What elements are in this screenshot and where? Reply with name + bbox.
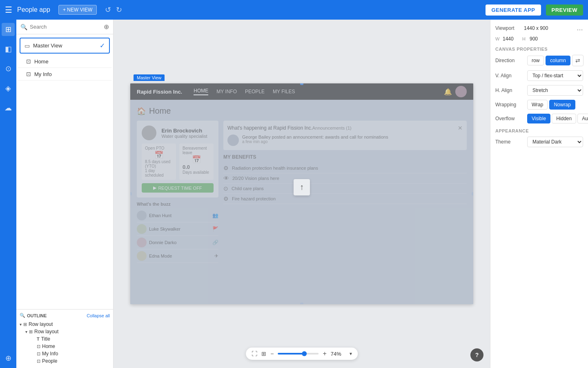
row-layout-icon: ⊞	[23, 322, 27, 327]
outline-search-icon: 🔍	[20, 313, 25, 318]
buzz-icon-4: ✈	[214, 253, 218, 259]
home-nav-icon: ⊡	[37, 344, 40, 349]
halign-select[interactable]: Stretch	[527, 85, 583, 96]
ann-close-icon[interactable]: ✕	[458, 125, 463, 131]
height-field: H 900	[522, 36, 546, 42]
plugins-icon[interactable]: ☁	[2, 101, 15, 114]
profile-card: Erin Brockovich Water quality specialist…	[137, 121, 218, 197]
layers-icon[interactable]: ⊕	[2, 352, 15, 365]
benefit-label-4: Fire hazard protection	[232, 196, 467, 201]
viewport-more-icon[interactable]: …	[577, 25, 583, 32]
upload-icon: ↑	[300, 182, 304, 192]
valign-select[interactable]: Top / flex-start	[527, 70, 583, 81]
bereavement-card: Bereavement leave 📅 0.0 Days available	[179, 144, 214, 180]
direction-swap-icon[interactable]: ⇄	[572, 55, 584, 66]
buzz-section: What's the buzz Ethan Hunt 👥 Luke Skywal…	[137, 202, 218, 263]
main-layout: ⊞ ◧ ⊙ ◈ ☁ ⊕ 🔍 ⊕ ▭ Master View ✓ ⊡ Home	[0, 20, 588, 368]
settings-icon[interactable]: ◈	[2, 82, 15, 95]
home-view-item[interactable]: ⊡ Home	[18, 55, 111, 68]
overflow-label: Overflow	[495, 116, 524, 121]
benefit-item-2: 👁 20/20 Vision plans here	[223, 173, 467, 184]
direction-control: row column ⇄	[527, 55, 584, 66]
undo-icon[interactable]: ↺	[105, 5, 111, 14]
announcements-card: What's happening at Rapid Fission Inc. A…	[223, 121, 467, 150]
auto-button[interactable]: Auto	[577, 114, 588, 123]
w-value: 1440	[503, 36, 519, 42]
menu-icon[interactable]: ☰	[5, 5, 12, 15]
resize-handle-top[interactable]	[300, 83, 303, 85]
zoom-chevron-icon[interactable]: ▾	[350, 351, 352, 357]
preview-nav-myinfo[interactable]: MY INFO	[216, 89, 237, 94]
halign-row: H. Align Stretch	[495, 85, 583, 96]
outline-title-item[interactable]: T Title	[20, 335, 110, 343]
master-view-item[interactable]: ▭ Master View ✓	[20, 38, 110, 54]
components-icon[interactable]: ⊞	[2, 23, 15, 36]
help-button[interactable]: ?	[470, 348, 483, 361]
request-time-off-button[interactable]: ▶ REQUEST TIME OFF	[142, 183, 214, 193]
new-view-button[interactable]: + NEW VIEW	[58, 5, 97, 15]
outline-row-layout-2[interactable]: ▾ ⊞ Row layout	[20, 328, 110, 335]
right-panel: Viewport 588 x 368 … W 1440 H 900 CANVA…	[490, 20, 588, 368]
collapse-all-button[interactable]: Collapse all	[87, 313, 110, 318]
myinfo-view-item[interactable]: ⊡ My Info	[18, 68, 111, 81]
preview-button[interactable]: PREVIEW	[546, 4, 583, 16]
zoom-slider-thumb[interactable]	[302, 351, 307, 356]
zoom-minus-icon[interactable]: −	[270, 350, 274, 357]
visible-button[interactable]: Visible	[527, 114, 550, 123]
buzz-avatar-3	[137, 238, 147, 247]
preview-nav-home[interactable]: HOME	[194, 88, 208, 95]
search-input[interactable]	[30, 24, 101, 30]
generate-app-button[interactable]: GENERATE APP	[486, 4, 541, 16]
width-field: W 1440	[495, 36, 519, 42]
page-title-text: Home	[149, 106, 171, 116]
days-scheduled-label: 1 day scheduled	[145, 168, 173, 177]
viewport-row: Viewport 588 x 368 …	[495, 25, 583, 32]
fit-all-icon[interactable]: ⊞	[261, 350, 266, 357]
row-layout-2-label: Row layout	[34, 329, 58, 334]
preview-right-col: What's happening at Rapid Fission Inc. A…	[223, 121, 467, 292]
outline-myinfo-item[interactable]: ⊡ My Info	[20, 350, 110, 357]
preview-nav-people[interactable]: PEOPLE	[245, 89, 265, 94]
open-pto-card: Open PTO 📅 8.5 days used (YTO) 1 day sch…	[142, 144, 176, 180]
outline-home-item[interactable]: ⊡ Home	[20, 343, 110, 350]
myinfo-item-label: My Info	[42, 351, 58, 357]
zoom-slider-track[interactable]	[278, 353, 318, 355]
theme-row: Theme Material Dark	[495, 137, 583, 147]
canvas-properties-title: CANVAS PROPERTIES	[495, 47, 583, 52]
zoom-plus-icon[interactable]: +	[323, 350, 326, 357]
pages-icon[interactable]: ◧	[2, 43, 15, 56]
buzz-avatar-2	[137, 224, 147, 234]
outline-row-layout-1[interactable]: ▾ ⊞ Row layout	[20, 321, 110, 328]
bell-icon[interactable]: 🔔	[444, 88, 452, 96]
preview-brand: Rapid Fission Inc.	[137, 89, 182, 95]
preview-nav-myfiles[interactable]: MY FILES	[273, 89, 295, 94]
ann-text: George Bailey posted an announcement: aw…	[242, 135, 388, 139]
column-button[interactable]: column	[546, 56, 570, 65]
fit-screen-icon[interactable]: ⛶	[252, 350, 257, 357]
buzz-name-3: Donnie Darko	[149, 240, 210, 245]
buzz-icon-1: 👥	[212, 213, 218, 218]
add-view-icon[interactable]: ⊕	[104, 23, 109, 31]
buzz-avatar-1	[137, 211, 147, 220]
preview-nav-icons: 🔔	[444, 86, 467, 97]
wrapping-row: Wrapping Wrap Nowrap	[495, 100, 583, 110]
people-item-label: People	[42, 358, 57, 364]
view-icon: ▭	[24, 43, 30, 49]
preview-body: 🏠 Home Erin Brockovich Water quality spe…	[130, 100, 473, 304]
appearance-title: APPEARANCE	[495, 128, 583, 133]
hidden-button[interactable]: Hidden	[552, 114, 576, 123]
nowrap-button[interactable]: Nowrap	[549, 100, 575, 110]
zoom-slider-fill	[278, 353, 304, 355]
row-layout-icon-2: ⊞	[29, 329, 33, 334]
pto-row: Open PTO 📅 8.5 days used (YTO) 1 day sch…	[142, 144, 214, 180]
redo-icon[interactable]: ↻	[116, 5, 122, 14]
buzz-avatar-4	[137, 251, 147, 261]
theme-select[interactable]: Material Dark	[527, 137, 583, 147]
valign-row: V. Align Top / flex-start	[495, 70, 583, 81]
data-icon[interactable]: ⊙	[2, 62, 15, 75]
row-button[interactable]: row	[527, 56, 544, 65]
outline-people-item[interactable]: ⊡ People	[20, 357, 110, 365]
wrap-button[interactable]: Wrap	[527, 100, 548, 110]
app-preview: Rapid Fission Inc. HOME MY INFO PEOPLE M…	[130, 83, 473, 304]
benefit-label-2: 20/20 Vision plans here	[232, 176, 467, 181]
